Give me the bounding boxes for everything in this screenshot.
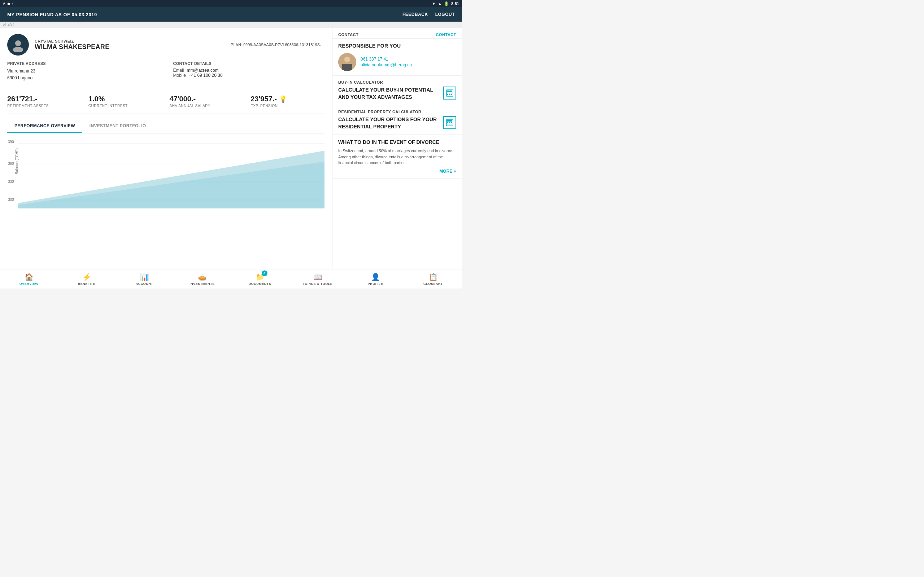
tab-performance-overview[interactable]: PERFORMANCE OVERVIEW [7, 120, 82, 133]
contact-label: CONTACT DETAILS [173, 61, 325, 66]
stat-salary-label: AHV ANNUAL SALARY [170, 104, 244, 108]
nav-glossary-label: GLOSSARY [423, 282, 443, 285]
benefits-icon: ⚡ [82, 272, 91, 281]
stat-pension-label: EXP. PENSION [250, 104, 325, 108]
stat-interest-label: CURRENT INTEREST [89, 104, 162, 108]
plan-text: PLAN: 9999-AA0SAA0S-PZVL603606-10131819S… [231, 43, 325, 47]
calculator-icon-residential [443, 116, 456, 129]
mobile-value: +41 69 100 20 30 [189, 73, 223, 78]
person-email[interactable]: olivia.neukomm@berag.ch [360, 62, 412, 68]
investments-icon: 🥧 [198, 272, 207, 281]
nav-topics[interactable]: 📖 TOPICS & TOOLS [289, 269, 347, 288]
divorce-text: In Switzerland, around 50% of marriages … [338, 148, 456, 166]
time: 8:51 [451, 2, 459, 6]
gridline-330 [18, 182, 325, 182]
stat-salary: 47'000.- AHV ANNUAL SALARY [170, 95, 244, 108]
address-label: PRIVATE ADDRESS [7, 61, 159, 66]
feedback-button[interactable]: FEEDBACK [402, 12, 428, 17]
svg-rect-21 [447, 124, 448, 124]
svg-rect-9 [447, 90, 452, 92]
stat-pension-value: 23'957.- [250, 95, 277, 103]
stat-retirement-label: RETIREMENT ASSETS [7, 104, 81, 108]
address-block: PRIVATE ADDRESS Via romana 23 6900 Lugan… [7, 61, 159, 82]
nav-documents[interactable]: 📁 4 DOCUMENTS [231, 269, 289, 288]
buyin-calculator-label: BUY-IN CALCULATOR [338, 80, 456, 84]
person-avatar [338, 53, 356, 71]
stat-interest: 1.0% CURRENT INTEREST [89, 95, 162, 108]
residential-calculator-item[interactable]: CALCULATE YOUR OPTIONS FOR YOUR RESIDENT… [338, 116, 456, 130]
nav-account[interactable]: 📊 ACCOUNT [115, 269, 173, 288]
battery-icon: 🔋 [444, 2, 449, 6]
glossary-icon: 📋 [429, 272, 438, 281]
buyin-calculator-section: BUY-IN CALCULATOR CALCULATE YOUR BUY-IN … [333, 76, 462, 105]
chevron-right-icon: » [454, 169, 456, 174]
lightbulb-icon[interactable]: 💡 [279, 95, 287, 103]
nav-benefits-label: BENEFITS [78, 282, 96, 285]
email-row: Email mm@acrea.com [173, 68, 325, 73]
nav-account-label: ACCOUNT [136, 282, 153, 285]
documents-badge: 4 [262, 271, 267, 276]
mobile-key: Mobile [173, 73, 186, 78]
nav-topics-label: TOPICS & TOOLS [303, 282, 333, 285]
status-bar: A ⏺ ▪ ▼ ▲ 🔋 8:51 [0, 0, 462, 7]
wifi-icon: ▼ [432, 2, 436, 6]
nav-overview-label: OVERVIEW [19, 282, 38, 285]
nav-benefits[interactable]: ⚡ BENEFITS [58, 269, 115, 288]
company-name: CRYSTAL SCHWEIZ [35, 39, 231, 43]
svg-rect-22 [449, 124, 451, 124]
buyin-calculator-item[interactable]: CALCULATE YOUR BUY-IN POTENTIAL AND YOUR… [338, 87, 456, 101]
svg-rect-17 [447, 120, 452, 121]
svg-rect-23 [451, 124, 452, 124]
user-info: CRYSTAL SCHWEIZ WILMA SHAKESPEARE [35, 39, 231, 51]
gridline-390 [18, 143, 325, 144]
nav-overview[interactable]: 🏠 OVERVIEW [0, 269, 58, 288]
stat-retirement: 261'721.- RETIREMENT ASSETS [7, 95, 81, 108]
stat-interest-value: 1.0% [89, 95, 162, 103]
y-label-390: 390 [8, 140, 14, 144]
stat-pension-row: 23'957.- 💡 [250, 95, 325, 103]
contact-block: CONTACT DETAILS Email mm@acrea.com Mobil… [173, 61, 325, 82]
status-bar-right: ▼ ▲ 🔋 8:51 [432, 2, 459, 6]
svg-rect-18 [447, 122, 448, 123]
right-panel: CONTACT CONTACT RESPONSIBLE FOR YOU 061 … [332, 28, 462, 269]
divorce-title: WHAT TO DO IN THE EVENT OF DIVORCE [338, 139, 456, 145]
status-bar-left: A ⏺ ▪ [3, 2, 13, 6]
stats-section: 261'721.- RETIREMENT ASSETS 1.0% CURRENT… [7, 89, 325, 114]
nav-glossary[interactable]: 📋 GLOSSARY [404, 269, 462, 288]
mobile-row: Mobile +41 69 100 20 30 [173, 73, 325, 78]
svg-rect-14 [449, 94, 451, 95]
contact-link[interactable]: CONTACT [436, 32, 456, 37]
nav-investments[interactable]: 🥧 INVESTMENTS [173, 269, 231, 288]
calculator-icon-buyin [443, 87, 456, 100]
address-city: 6900 Lugano [7, 75, 159, 82]
responsible-person: 061 337 17 41 olivia.neukomm@berag.ch [338, 53, 456, 71]
contact-header: CONTACT CONTACT [333, 28, 462, 39]
svg-rect-13 [447, 94, 448, 95]
tab-investment-portfolio[interactable]: INVESTMENT PORTFOLIO [82, 120, 153, 133]
divorce-section: WHAT TO DO IN THE EVENT OF DIVORCE In Sw… [333, 135, 462, 179]
email-value: mm@acrea.com [187, 68, 219, 73]
person-phone[interactable]: 061 337 17 41 [360, 56, 412, 62]
stat-pension: 23'957.- 💡 EXP. PENSION [250, 95, 325, 108]
logout-button[interactable]: LOGOUT [435, 12, 455, 17]
chart-container: 390 360 330 300 [18, 136, 325, 208]
version-text: v1.43.1 [3, 23, 15, 27]
profile-icon: 👤 [371, 272, 380, 281]
more-link[interactable]: MORE » [338, 169, 456, 174]
svg-rect-20 [451, 122, 452, 123]
svg-point-1 [13, 47, 23, 52]
residential-calculator-section: RESIDENTIAL PROPERTY CALCULATOR CALCULAT… [333, 105, 462, 135]
user-name: WILMA SHAKESPEARE [35, 43, 231, 51]
topics-icon: 📖 [313, 272, 322, 281]
chart-area: Balance (TCHF) 390 360 330 300 [7, 136, 325, 208]
stat-retirement-value: 261'721.- [7, 95, 81, 103]
nav-documents-badge-wrapper: 📁 4 [255, 272, 265, 281]
address-street: Via romana 23 [7, 68, 159, 75]
residential-calculator-label: RESIDENTIAL PROPERTY CALCULATOR [338, 110, 456, 114]
nav-profile[interactable]: 👤 PROFILE [347, 269, 404, 288]
stat-salary-value: 47'000.- [170, 95, 244, 103]
home-icon: 🏠 [24, 272, 34, 281]
more-label: MORE [439, 169, 452, 174]
svg-point-0 [15, 40, 21, 46]
y-label-330: 330 [8, 180, 14, 184]
